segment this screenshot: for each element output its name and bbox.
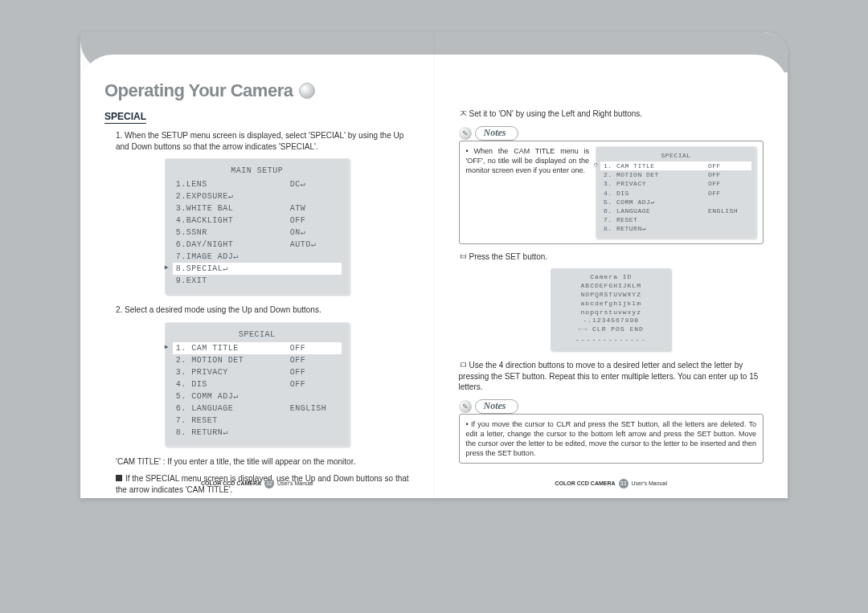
menu-value: AUTO↵ (290, 239, 338, 251)
menu-row: 2. MOTION DETOFF (176, 354, 338, 366)
menu-key: 6.DAY/NIGHT (176, 239, 290, 251)
menu-key: 8.SPECIAL↵ (176, 263, 290, 275)
menu-value (290, 251, 338, 263)
menu-value (290, 275, 338, 287)
menu-key: 6. LANGUAGE (604, 206, 708, 215)
notes-label: Notes (475, 399, 518, 414)
menu-key: 4.BACKLIGHT (176, 215, 290, 227)
menu-key: 7. RESET (604, 215, 708, 224)
notes-box-2: • If you move the cursor to CLR and pres… (459, 414, 764, 464)
special-menu-small: SPECIAL 1. CAM TITLEOFF2. MOTION DETOFF3… (596, 146, 756, 239)
special-menu: SPECIAL 1. CAM TITLEOFF2. MOTION DETOFF3… (165, 322, 350, 447)
menu-key: 1. CAM TITLE (604, 161, 708, 170)
menu-key: 5. COMM ADJ↵ (176, 390, 290, 403)
camera-id-row: -.1234567890 (559, 317, 663, 325)
camera-id-row: nopqrstuvwxyz (559, 309, 663, 317)
menu-key: 5.SSNR (176, 227, 290, 239)
camera-id-row: ABCDEFGHIJKLM (559, 282, 663, 291)
menu-row: 7.IMAGE ADJ↵ (176, 251, 338, 263)
menu-key: 4. DIS (604, 189, 708, 198)
menu-row: 8. RETURN↵ (176, 427, 338, 439)
menu-key: 3. PRIVACY (604, 179, 708, 188)
camera-id-row: ←→ CLR POS END (559, 325, 663, 334)
step-1-text: 1. When the SETUP menu screen is display… (104, 130, 410, 152)
footer-product: COLOR CCD CAMERA (201, 480, 261, 486)
menu-row: 6. LANGUAGEENGLISH (604, 206, 748, 215)
menu-title: SPECIAL (176, 329, 338, 341)
step-mark-icon: ㅁ (459, 359, 468, 371)
menu-key: 5. COMM ADJ↵ (604, 198, 708, 206)
camera-id-row: abcdefghijklm (559, 300, 663, 309)
section-label: SPECIAL (104, 111, 146, 124)
menu-value: OFF (290, 354, 338, 366)
menu-rows: 1. CAM TITLEOFF2. MOTION DETOFF3. PRIVAC… (176, 342, 338, 439)
menu-value: OFF (708, 161, 748, 170)
menu-key: 2. MOTION DET (176, 354, 290, 366)
menu-value: OFF (290, 366, 338, 378)
menu-key: 1. CAM TITLE (176, 342, 290, 354)
menu-value: OFF (708, 170, 748, 179)
menu-row: 1. CAM TITLEOFF (173, 342, 342, 354)
menu-key: 7.IMAGE ADJ↵ (176, 251, 290, 263)
camera-id-title: Camera ID (559, 273, 663, 282)
menu-row: 5. COMM ADJ↵ (176, 390, 338, 403)
menu-key: 1.LENS (176, 178, 290, 190)
menu-row: 1. CAM TITLEOFF (600, 161, 751, 170)
menu-row: 5. COMM ADJ↵ (604, 198, 748, 206)
menu-value (708, 215, 748, 224)
menu-value: ENGLISH (290, 403, 338, 415)
menu-value: OFF (708, 189, 748, 198)
menu-row: 8.SPECIAL↵ (173, 263, 342, 275)
step-mark-icon: ㅈ (459, 108, 468, 120)
menu-key: 8. RETURN↵ (604, 224, 708, 233)
notes-2-text: If you move the cursor to CLR and press … (466, 420, 757, 457)
menu-row: 1.LENSDC↵ (176, 178, 338, 190)
menu-rows: 1.LENSDC↵2.EXPOSURE↵3.WHITE BALATW4.BACK… (176, 178, 338, 287)
camera-id-dashes: ------------- (559, 336, 663, 345)
step-i-text: Use the 4 direction buttons to move to a… (459, 361, 759, 391)
page-number-left: 32 (264, 479, 274, 488)
menu-row: 6.DAY/NIGHTAUTO↵ (176, 239, 338, 251)
menu-key: 9.EXIT (176, 275, 290, 287)
heading-text: Operating Your Camera (104, 80, 293, 101)
menu-row: 5.SSNRON↵ (176, 227, 338, 239)
menu-value (708, 224, 748, 233)
menu-key: 2.EXPOSURE↵ (176, 190, 290, 202)
menu-row: 3. PRIVACYOFF (176, 366, 338, 378)
menu-value (290, 427, 338, 439)
notes-label: Notes (475, 126, 518, 141)
notes-box-1: • When the CAM TITLE menu is 'OFF', no t… (459, 141, 764, 244)
step-h-text: Press the SET button. (469, 252, 548, 261)
right-page: ㅈSet it to 'ON' by using the Left and Ri… (435, 32, 788, 498)
menu-rows: 1. CAM TITLEOFF2. MOTION DETOFF3. PRIVAC… (604, 161, 748, 234)
menu-key: 3. PRIVACY (176, 366, 290, 378)
notes-icon: ✎ (459, 127, 472, 140)
menu-row: 3.WHITE BALATW (176, 202, 338, 215)
camera-id-menu: Camera ID ABCDEFGHIJKLM NOPQRSTUVWXYZ ab… (551, 268, 671, 350)
menu-value: OFF (290, 378, 338, 390)
step-h: ㅂPress the SET button. (459, 251, 764, 263)
step-g: ㅈSet it to 'ON' by using the Left and Ri… (459, 108, 764, 120)
menu-key: 4. DIS (176, 378, 290, 390)
step-g-text: Set it to 'ON' by using the Left and Rig… (469, 109, 643, 118)
menu-key: 3.WHITE BAL (176, 202, 290, 215)
menu-value: DC↵ (290, 178, 338, 190)
step-i: ㅁUse the 4 direction buttons to move to … (459, 359, 764, 393)
menu-value (290, 390, 338, 403)
menu-value: ENGLISH (708, 206, 748, 215)
notes-1-text: • When the CAM TITLE menu is 'OFF', no t… (466, 146, 590, 175)
menu-key: 6. LANGUAGE (176, 403, 290, 415)
menu-value: ATW (290, 202, 338, 215)
heading-bullet-icon (299, 83, 315, 99)
menu-value: OFF (708, 179, 748, 188)
menu-value (290, 263, 338, 275)
manual-spread: Operating Your Camera SPECIAL 1. When th… (80, 32, 788, 498)
step-2-text: 2. Select a desired mode using the Up an… (104, 304, 410, 316)
menu-row: 3. PRIVACYOFF (604, 179, 748, 188)
menu-row: 6. LANGUAGEENGLISH (176, 403, 338, 415)
right-footer: COLOR CCD CAMERA 33 User's Manual (435, 479, 788, 488)
footer-label: User's Manual (277, 480, 313, 486)
menu-key: 2. MOTION DET (604, 170, 708, 179)
step-mark-icon: ㅂ (459, 251, 468, 263)
menu-row: 7. RESET (176, 415, 338, 427)
